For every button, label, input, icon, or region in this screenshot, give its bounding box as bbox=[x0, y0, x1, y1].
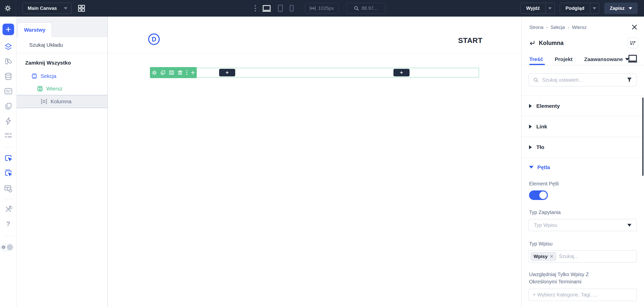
desktop-view-icon[interactable] bbox=[262, 5, 271, 12]
toolbar-right-group: Wyjdź Podgląd Zapisz bbox=[520, 0, 638, 17]
site-logo[interactable]: D bbox=[148, 33, 160, 45]
tablet-view-icon[interactable] bbox=[278, 5, 283, 12]
save-button[interactable]: Zapisz bbox=[604, 3, 638, 14]
tab-design[interactable]: Projekt bbox=[555, 56, 573, 62]
tab-layers[interactable]: Warstwy bbox=[18, 23, 52, 37]
canvas-selector-label: Main Canvas bbox=[28, 6, 57, 11]
settings-search-input[interactable] bbox=[542, 77, 623, 83]
row-add-plus-icon[interactable] bbox=[191, 71, 195, 75]
gear-icon bbox=[1, 245, 6, 249]
exit-dropdown-arrow[interactable] bbox=[545, 3, 554, 14]
settings-rows-icon[interactable] bbox=[4, 133, 12, 138]
canvas-selector-dropdown[interactable]: Main Canvas bbox=[22, 3, 72, 14]
breadcrumb-item-section[interactable]: Sekcja bbox=[550, 25, 565, 30]
accordion-link[interactable]: Link bbox=[521, 116, 644, 137]
back-arrow-icon[interactable] bbox=[529, 40, 535, 46]
phone-view-icon[interactable] bbox=[290, 5, 294, 12]
chevron-right-icon bbox=[529, 125, 532, 129]
preview-button[interactable]: Podgląd bbox=[560, 3, 590, 14]
pages-copy-icon[interactable] bbox=[5, 103, 12, 110]
add-module-button[interactable]: + bbox=[393, 69, 410, 76]
row-duplicate-icon[interactable] bbox=[160, 70, 166, 75]
row-columns-icon[interactable] bbox=[169, 70, 174, 75]
row-outline[interactable] bbox=[150, 68, 479, 77]
accordion-elements[interactable]: Elementy bbox=[521, 95, 644, 116]
accordion-label: Link bbox=[536, 124, 547, 130]
viewport-width-field[interactable]: 1025px bbox=[305, 3, 339, 14]
add-element-button[interactable] bbox=[3, 24, 14, 35]
filter-funnel-icon[interactable] bbox=[627, 77, 632, 82]
toolbar-center-group: 1025px 88.97... bbox=[255, 0, 385, 17]
site-logo-letter: D bbox=[152, 36, 156, 43]
tools-icon[interactable] bbox=[5, 206, 12, 213]
zoom-level-field[interactable]: 88.97... bbox=[346, 3, 385, 14]
panel-scrollbar[interactable] bbox=[642, 97, 643, 176]
exit-split-button: Wyjdź bbox=[520, 3, 555, 14]
settings-accordions: Elementy Link Tło Pętla bbox=[521, 95, 644, 177]
layer-item-label: Kolumna bbox=[51, 98, 71, 105]
chevron-down-icon bbox=[529, 166, 534, 169]
page-header-divider bbox=[108, 53, 521, 53]
panel-title-row: Kolumna bbox=[529, 40, 564, 46]
toggle-knob bbox=[7, 244, 13, 250]
layer-item-row[interactable]: Wiersz bbox=[17, 82, 107, 95]
breadcrumb-separator: › bbox=[568, 25, 569, 30]
post-type-search-input[interactable] bbox=[559, 253, 634, 259]
accordion-background[interactable]: Tło bbox=[521, 137, 644, 157]
layer-item-column[interactable]: Kolumna bbox=[17, 95, 107, 108]
chevron-down-icon bbox=[548, 7, 552, 10]
query-type-select[interactable]: Typ Wpisu bbox=[529, 219, 637, 231]
exit-button[interactable]: Wyjdź bbox=[520, 3, 545, 14]
row-drag-kebab-icon[interactable] bbox=[186, 70, 187, 75]
select-module-icon[interactable] bbox=[4, 169, 12, 177]
accordion-loop[interactable]: Pętla bbox=[521, 157, 644, 177]
tab-content[interactable]: Treść bbox=[529, 56, 543, 62]
help-icon[interactable]: ? bbox=[6, 220, 10, 228]
settings-panel: Strona › Sekcja › Wiersz Kolumna Treść P… bbox=[521, 17, 644, 307]
add-module-button[interactable]: + bbox=[219, 69, 235, 76]
loop-element-toggle[interactable] bbox=[529, 190, 548, 200]
presets-button[interactable] bbox=[627, 38, 638, 48]
builder-mode-toggle[interactable] bbox=[1, 243, 14, 251]
chevron-right-icon bbox=[529, 145, 532, 149]
layer-item-label: Sekcja bbox=[41, 73, 56, 79]
layer-item-section[interactable]: Sekcja bbox=[17, 70, 107, 82]
close-icon[interactable] bbox=[631, 24, 637, 30]
post-type-multiselect[interactable]: Wpisy bbox=[529, 250, 637, 263]
accordion-label: Elementy bbox=[536, 103, 560, 109]
tab-advanced[interactable]: Zaawansowane bbox=[584, 56, 629, 62]
post-type-chip: Wpisy bbox=[531, 252, 556, 261]
chip-remove-icon[interactable] bbox=[550, 255, 553, 258]
table-preview-icon[interactable] bbox=[4, 185, 13, 193]
form-fields-icon[interactable] bbox=[4, 87, 13, 95]
layout-search-input[interactable] bbox=[29, 42, 97, 48]
preview-dropdown-arrow[interactable] bbox=[590, 3, 599, 14]
terms-filter-input[interactable] bbox=[533, 292, 632, 298]
builder-settings-gear-icon[interactable] bbox=[4, 5, 12, 12]
rail-divider bbox=[3, 199, 14, 199]
breadcrumb-separator: › bbox=[546, 25, 548, 30]
lightning-icon[interactable] bbox=[5, 117, 12, 125]
row-settings-gear-icon[interactable] bbox=[152, 70, 157, 75]
device-monitor-icon[interactable] bbox=[628, 54, 637, 63]
collapse-all-button[interactable]: Zamknij Wszystko bbox=[25, 60, 107, 66]
rail-divider bbox=[3, 236, 14, 236]
layer-item-label: Wiersz bbox=[46, 86, 62, 92]
viewport-width-value: 1025px bbox=[318, 6, 334, 11]
chevron-down-icon bbox=[627, 224, 631, 227]
row-delete-trash-icon[interactable] bbox=[178, 70, 183, 75]
more-options-kebab-icon[interactable] bbox=[255, 5, 256, 12]
column-icon bbox=[41, 99, 47, 104]
breadcrumb-item-page[interactable]: Strona bbox=[529, 25, 543, 30]
layers-panel-icon[interactable] bbox=[4, 43, 12, 51]
select-element-icon[interactable] bbox=[4, 154, 12, 163]
loop-element-label: Element Pętli bbox=[529, 181, 559, 187]
grid-view-icon[interactable] bbox=[78, 5, 85, 12]
design-presets-icon[interactable] bbox=[4, 58, 12, 66]
database-icon[interactable] bbox=[4, 72, 12, 80]
row-toolbar bbox=[150, 67, 197, 78]
layers-panel: Warstwy Zamknij Wszystko Sekcja Wiersz K… bbox=[17, 17, 108, 307]
settings-search-bar bbox=[529, 73, 637, 86]
toolbar-left-group: Main Canvas bbox=[0, 0, 85, 17]
breadcrumb-item-row[interactable]: Wiersz bbox=[572, 25, 587, 30]
